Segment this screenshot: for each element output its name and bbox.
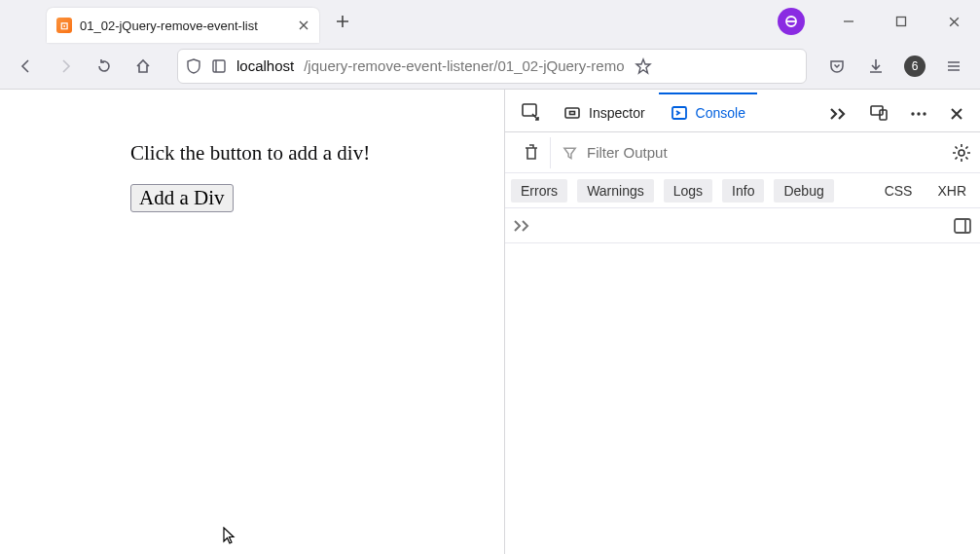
svg-point-10 (917, 112, 920, 115)
svg-rect-1 (897, 18, 906, 26)
content-area: Click the button to add a div! Add a Div… (0, 90, 980, 554)
browser-window: ⊡ 01_02-jQuery-remove-event-list (0, 0, 980, 554)
back-button[interactable] (10, 50, 43, 83)
page-viewport: Click the button to add a div! Add a Div (0, 90, 504, 554)
page-heading: Click the button to add a div! (130, 140, 383, 166)
svg-point-11 (923, 112, 926, 115)
svg-point-12 (959, 150, 964, 156)
svg-point-9 (911, 112, 914, 115)
url-bar[interactable]: localhost/jquery-remove-event-listener/0… (177, 49, 807, 84)
xampp-favicon: ⊡ (56, 18, 72, 33)
responsive-mode-icon[interactable] (859, 94, 898, 131)
url-path: /jquery-remove-event-listener/01_02-jQue… (304, 57, 624, 74)
filter-warnings[interactable]: Warnings (577, 179, 654, 203)
filter-css[interactable]: CSS (877, 179, 921, 203)
svg-rect-5 (570, 112, 575, 115)
filter-output[interactable] (563, 143, 939, 162)
devtools-tabbar: Inspector Console (505, 90, 980, 132)
maximize-button[interactable] (879, 2, 924, 41)
forward-button[interactable] (49, 50, 82, 83)
tab-bar: ⊡ 01_02-jQuery-remove-event-list (0, 0, 980, 43)
filter-info[interactable]: Info (722, 179, 764, 203)
nav-toolbar: localhost/jquery-remove-event-listener/0… (0, 43, 980, 90)
console-prompt-icon (513, 219, 532, 233)
reload-button[interactable] (88, 50, 121, 83)
minimize-button[interactable] (826, 2, 871, 41)
pocket-button[interactable] (820, 50, 853, 83)
clear-console-icon[interactable] (513, 137, 551, 168)
kebab-menu-icon[interactable] (900, 96, 937, 131)
console-toolbar (505, 132, 980, 173)
shield-icon[interactable] (186, 57, 201, 75)
new-tab-button[interactable] (329, 8, 356, 35)
filter-logs[interactable]: Logs (664, 179, 712, 203)
console-settings-icon[interactable] (951, 142, 972, 164)
site-info-icon[interactable] (211, 58, 227, 74)
svg-rect-2 (213, 60, 225, 72)
tab-title: 01_02-jQuery-remove-event-list (80, 18, 290, 33)
menu-button[interactable] (937, 50, 970, 83)
filter-errors[interactable]: Errors (511, 179, 567, 203)
console-input-row[interactable] (505, 208, 980, 243)
tab-console[interactable]: Console (659, 92, 757, 131)
filter-input[interactable] (585, 143, 939, 162)
home-button[interactable] (127, 50, 160, 83)
browser-tab[interactable]: ⊡ 01_02-jQuery-remove-event-list (47, 8, 319, 43)
split-console-icon[interactable] (953, 217, 972, 235)
svg-rect-4 (565, 108, 579, 118)
filter-xhr[interactable]: XHR (929, 179, 974, 203)
badge-count: 6 (904, 55, 926, 77)
console-filter-chips: Errors Warnings Logs Info Debug CSS XHR (505, 173, 980, 208)
console-label: Console (696, 105, 745, 121)
element-picker-button[interactable] (511, 92, 550, 131)
extensions-badge[interactable]: 6 (898, 50, 931, 83)
profile-avatar[interactable] (778, 8, 805, 35)
svg-rect-13 (955, 219, 970, 233)
filter-debug[interactable]: Debug (774, 179, 833, 203)
add-div-button[interactable]: Add a Div (130, 184, 234, 212)
close-tab-icon[interactable] (298, 19, 309, 31)
svg-rect-3 (523, 104, 536, 116)
downloads-button[interactable] (859, 50, 892, 83)
devtools-panel: Inspector Console (504, 90, 980, 554)
close-window-button[interactable] (931, 2, 976, 41)
window-controls (778, 2, 980, 41)
tab-inspector[interactable]: Inspector (552, 94, 657, 131)
url-host: localhost (236, 57, 294, 74)
star-icon[interactable] (635, 57, 652, 75)
close-devtools-icon[interactable] (939, 96, 974, 131)
mouse-cursor-icon (222, 527, 236, 546)
inspector-label: Inspector (589, 105, 645, 121)
overflow-tabs-icon[interactable] (818, 96, 857, 131)
